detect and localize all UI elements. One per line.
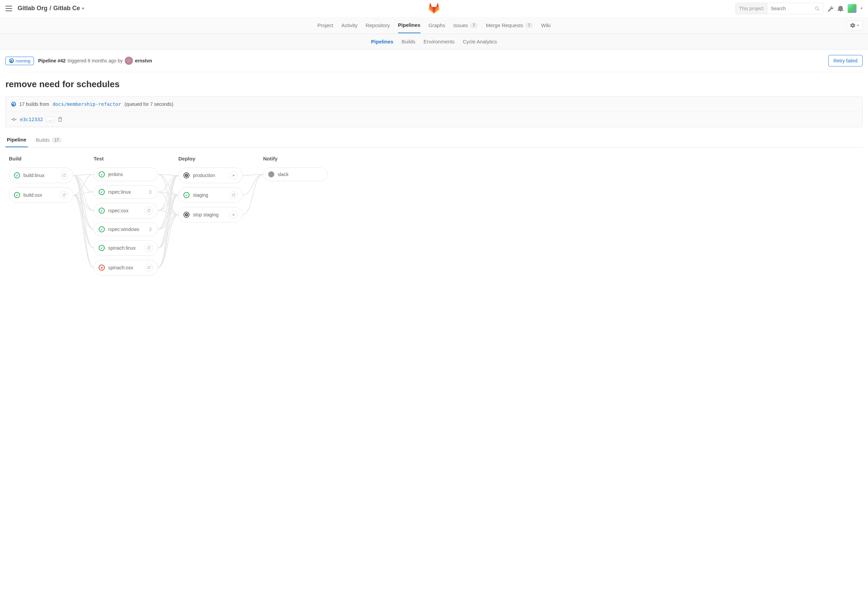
tab-project[interactable]: Project [317, 17, 333, 33]
success-icon: ✓ [14, 192, 20, 198]
skipped-icon [268, 171, 274, 177]
stage-column: Notifyslack [263, 156, 327, 181]
search-box: This project [735, 3, 823, 14]
stage-title: Build [9, 156, 73, 162]
status-text: running [16, 58, 30, 64]
job-pill[interactable]: ✓rspec:windows3 [93, 223, 158, 236]
branch-link[interactable]: docs/membership-refactor [53, 101, 121, 107]
svg-line-1 [818, 9, 819, 10]
sha-expand[interactable]: ... [46, 117, 54, 122]
retry-failed-button[interactable]: Retry failed [828, 55, 862, 67]
breadcrumb[interactable]: Gitlab Org / Gitlab Ce ▾ [18, 5, 84, 12]
commit-info-row: ◐ 17 builds from docs/membership-refacto… [6, 97, 862, 111]
gear-icon [850, 23, 855, 28]
svg-point-2 [13, 118, 15, 120]
retry-icon[interactable] [60, 191, 68, 199]
avatar[interactable] [848, 4, 856, 13]
success-icon: ✓ [14, 172, 20, 178]
pipeline-id: Pipeline #42 [38, 58, 65, 64]
job-pill[interactable]: ✓rspec:linux3 [93, 185, 158, 199]
job-pill[interactable]: ✓jenkins [93, 168, 158, 181]
job-name: spinach:linux [108, 245, 136, 251]
user-dropdown-icon[interactable]: ▾ [861, 6, 862, 10]
tab-repository[interactable]: Repository [366, 17, 390, 33]
job-name: spinach:osx [108, 265, 133, 270]
retry-icon[interactable] [230, 191, 238, 199]
stage-column: Test✓jenkins✓rspec:linux3✓rspec:osx✓rspe… [93, 156, 158, 275]
subnav-environments[interactable]: Environments [424, 39, 455, 45]
pipeline-triggered-text: triggered 8 months ago by [67, 58, 123, 64]
job-pill[interactable]: ✓build:linux [9, 168, 73, 183]
settings-dropdown[interactable]: ▾ [847, 21, 862, 30]
retry-icon[interactable] [145, 244, 153, 252]
copy-icon[interactable] [58, 117, 62, 122]
builds-count-badge: 17 [52, 137, 61, 143]
running-icon: ◐ [9, 58, 14, 63]
retry-icon[interactable] [145, 206, 153, 215]
job-pill[interactable]: ✓build:osx [9, 187, 73, 203]
job-pill[interactable]: ✓rspec:osx [93, 203, 158, 218]
tab-issues[interactable]: Issues 7 [453, 17, 478, 33]
job-name: jenkins [108, 172, 123, 177]
play-icon[interactable] [230, 211, 238, 219]
play-icon[interactable] [230, 171, 238, 180]
subnav-builds[interactable]: Builds [401, 39, 415, 45]
job-pill[interactable]: ✕spinach:osx [93, 260, 158, 275]
pipeline-header: ◐ running Pipeline #42 triggered 8 month… [6, 55, 862, 72]
job-name: production [193, 173, 215, 178]
job-name: rspec:linux [108, 189, 131, 195]
tab-merge-requests[interactable]: Merge Requests 7 [486, 17, 533, 33]
pl-tab-builds[interactable]: Builds 17 [35, 133, 63, 147]
manual-icon [184, 212, 190, 218]
retry-icon[interactable] [60, 171, 68, 180]
wrench-icon[interactable] [827, 6, 833, 12]
search-icon[interactable] [812, 6, 823, 11]
search-input[interactable] [767, 6, 812, 11]
pipeline-meta: Pipeline #42 triggered 8 months ago by e… [38, 56, 152, 65]
retry-icon[interactable] [145, 264, 153, 272]
job-name: build:osx [24, 192, 42, 198]
tab-wiki[interactable]: Wiki [541, 17, 551, 33]
job-pill[interactable]: production [178, 168, 243, 183]
tab-pipelines[interactable]: Pipelines [398, 17, 421, 33]
success-icon: ✓ [99, 226, 105, 232]
author-avatar[interactable] [125, 56, 133, 65]
project-nav: Project Activity Repository Pipelines Gr… [0, 17, 868, 34]
status-badge: ◐ running [6, 56, 34, 65]
job-pill[interactable]: ✓staging [178, 187, 243, 203]
breadcrumb-org[interactable]: Gitlab Org [18, 5, 47, 12]
pl-tab-pipeline[interactable]: Pipeline [6, 133, 28, 147]
breadcrumb-project[interactable]: Gitlab Ce [53, 5, 80, 12]
sha-link[interactable]: e3c12332 [20, 117, 43, 122]
job-name: build:linux [24, 173, 44, 178]
success-icon: ✓ [99, 171, 105, 177]
job-name: staging [193, 192, 208, 198]
bell-icon[interactable] [837, 6, 844, 12]
job-count: 3 [149, 189, 151, 195]
success-icon: ✓ [184, 192, 190, 198]
success-icon: ✓ [99, 189, 105, 195]
issues-count-badge: 7 [470, 23, 478, 28]
stage-column: Deployproduction✓stagingstop staging [178, 156, 243, 223]
tab-graphs[interactable]: Graphs [428, 17, 445, 33]
chevron-down-icon[interactable]: ▾ [82, 6, 84, 11]
author-name[interactable]: ernstvn [135, 58, 152, 64]
job-name: rspec:windows [108, 227, 139, 232]
job-pill[interactable]: stop staging [178, 207, 243, 223]
builds-count-text: 17 builds from [19, 101, 49, 107]
tab-activity[interactable]: Activity [341, 17, 358, 33]
subnav-pipelines[interactable]: Pipelines [371, 39, 393, 45]
commit-icon [11, 117, 16, 122]
running-icon: ◐ [11, 102, 16, 107]
job-pill[interactable]: slack [263, 168, 327, 181]
svg-point-0 [815, 6, 819, 9]
breadcrumb-separator: / [49, 5, 51, 12]
subnav-cycle-analytics[interactable]: Cycle Analytics [463, 39, 497, 45]
gitlab-logo-icon[interactable] [428, 3, 440, 14]
search-scope[interactable]: This project [736, 3, 767, 14]
hamburger-menu-icon[interactable] [6, 6, 12, 11]
job-pill[interactable]: ✓spinach:linux [93, 240, 158, 256]
job-name: slack [278, 172, 289, 177]
success-icon: ✓ [99, 245, 105, 251]
success-icon: ✓ [99, 208, 105, 214]
